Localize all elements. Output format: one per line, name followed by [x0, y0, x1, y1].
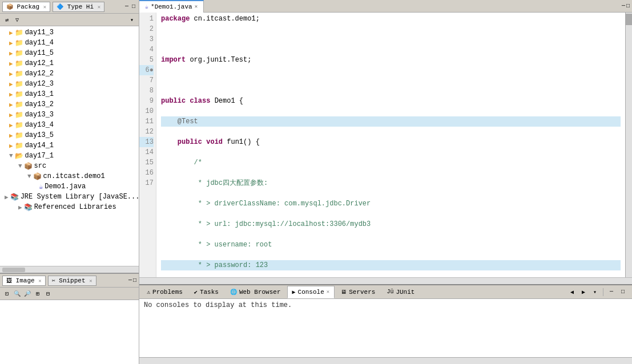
- folder-open-img: 📂: [15, 152, 23, 160]
- tree-area[interactable]: ▶ 📁 day11_3 ▶ 📁 day11_4 ▶ 📁 day11_5: [0, 26, 139, 266]
- main-area: 📦 Packag ✕ 🔷 Type Hi ✕ ─ □ ⇄ ▽ ▾: [0, 0, 632, 364]
- code-area[interactable]: 1 2 3 4 5 6● 7 8 9 10 11 12 13 14 15 16: [139, 13, 632, 277]
- tree-label: day13_4: [25, 121, 54, 129]
- tree-item-day11-3[interactable]: ▶ 📁 day11_3: [0, 27, 139, 38]
- tree-item-day13-5[interactable]: ▶ 📁 day13_5: [0, 130, 139, 140]
- console-minimize-btn[interactable]: ─: [607, 288, 616, 297]
- fit-btn[interactable]: ⊞: [33, 289, 42, 298]
- folder-img: 📁: [15, 141, 23, 150]
- folder-icon: ▶: [9, 50, 13, 57]
- tree-label: day12_3: [25, 80, 54, 88]
- tree-label: day13_2: [25, 100, 54, 108]
- tree-item-day13-2[interactable]: ▶ 📁 day13_2: [0, 99, 139, 110]
- panel-header: 📦 Packag ✕ 🔷 Type Hi ✕ ─ □: [0, 0, 139, 14]
- folder-icon: ▶: [9, 29, 13, 37]
- tab-console[interactable]: ▶ Console ✕: [287, 286, 335, 298]
- code-content[interactable]: package cn.itcast.demo1; import org.juni…: [156, 13, 625, 277]
- console-content: No consoles to display at this time.: [139, 299, 632, 357]
- tab-problems[interactable]: ⚠ Problems: [142, 286, 188, 298]
- panel-maximize-btn[interactable]: □: [131, 2, 136, 11]
- jre-img: 📚: [10, 193, 19, 201]
- folder-img: 📁: [15, 49, 23, 58]
- tree-label: day11_5: [25, 49, 54, 57]
- tree-item-demo1-java[interactable]: ☕ Demo1.java: [0, 181, 139, 192]
- console-maximize-btn[interactable]: □: [618, 288, 627, 297]
- tab-type-hierarchy[interactable]: 🔷 Type Hi ✕: [53, 2, 104, 12]
- tree-item-day11-4[interactable]: ▶ 📁 day11_4: [0, 38, 139, 48]
- folder-img: 📁: [15, 29, 23, 37]
- zoom-reset-btn[interactable]: ⊡: [2, 289, 11, 298]
- tree-item-day13-4[interactable]: ▶ 📁 day13_4: [0, 120, 139, 130]
- ide-container: 📦 Packag ✕ 🔷 Type Hi ✕ ─ □ ⇄ ▽ ▾: [0, 0, 632, 364]
- expand-icon: ▼: [9, 152, 13, 159]
- view-menu-btn[interactable]: ▾: [127, 15, 136, 25]
- grid-btn[interactable]: ⊟: [43, 289, 53, 298]
- tree-label: day11_3: [25, 29, 54, 37]
- tab-image[interactable]: 🖼 Image ✕: [2, 276, 46, 286]
- left-hscroll[interactable]: [0, 266, 139, 273]
- editor-vscroll[interactable]: [625, 13, 632, 277]
- tree-label: day13_1: [25, 90, 54, 98]
- tab-tasks[interactable]: ✔ Tasks: [189, 286, 224, 298]
- folder-icon: ▶: [9, 39, 13, 47]
- lower-maximize-btn[interactable]: □: [133, 277, 136, 284]
- tree-label: day12_2: [25, 70, 54, 78]
- tree-item-src[interactable]: ▼ 📦 src: [0, 161, 139, 171]
- tree-item-day17-1[interactable]: ▼ 📂 day17_1: [0, 151, 139, 161]
- editor-maximize-btn[interactable]: □: [626, 3, 630, 9]
- bottom-tabs: ⚠ Problems ✔ Tasks 🌐 Web Browser ▶ Conso…: [139, 285, 632, 299]
- tree-item-reflibs[interactable]: ▶ 📚 Referenced Libraries: [0, 202, 139, 212]
- tree-item-day14-1[interactable]: ▶ 📁 day14_1: [0, 140, 139, 151]
- tree-item-jre[interactable]: ▶ 📚 JRE System Library [JavaSE...: [0, 192, 139, 202]
- tab-package[interactable]: 📦 Packag ✕: [2, 2, 50, 12]
- folder-icon: ▶: [9, 80, 13, 88]
- folder-icon: ▶: [9, 142, 13, 149]
- console-fwd-btn[interactable]: ▶: [579, 288, 588, 297]
- zoom-in-btn[interactable]: 🔍: [13, 289, 22, 298]
- tab-snippet[interactable]: ✂ Snippet ✕: [48, 276, 96, 286]
- tab-servers[interactable]: 🖥 Servers: [336, 286, 380, 298]
- tree-item-day11-5[interactable]: ▶ 📁 day11_5: [0, 48, 139, 58]
- tree-item-package[interactable]: ▼ 📦 cn.itcast.demo1: [0, 171, 139, 181]
- lower-left-header: 🖼 Image ✕ ✂ Snippet ✕ ─ □: [0, 274, 139, 288]
- image-icon: 🖼: [6, 278, 12, 284]
- tree-item-day13-1[interactable]: ▶ 📁 day13_1: [0, 89, 139, 99]
- panel-toolbar: ⇄ ▽ ▾: [0, 14, 139, 26]
- junit-icon: Jü: [387, 289, 393, 295]
- tree-label: cn.itcast.demo1: [43, 172, 105, 180]
- console-icon: ▶: [292, 289, 296, 296]
- editor-minimize-btn[interactable]: ─: [622, 3, 625, 9]
- lower-minimize-btn[interactable]: ─: [128, 277, 132, 284]
- left-panel: 📦 Packag ✕ 🔷 Type Hi ✕ ─ □ ⇄ ▽ ▾: [0, 0, 139, 364]
- tree-item-day12-1[interactable]: ▶ 📁 day12_1: [0, 58, 139, 68]
- tree-label: day14_1: [25, 141, 54, 149]
- bottom-hscroll[interactable]: [139, 357, 632, 364]
- folder-img: 📁: [15, 39, 23, 47]
- servers-icon: 🖥: [341, 289, 347, 296]
- bottom-toolbar: ◀ ▶ ▾ ─ □: [567, 288, 630, 297]
- editor-tab-bar: ☕ *Demo1.java ✕ ─ □: [139, 0, 632, 13]
- folder-icon: ▶: [9, 91, 13, 98]
- expand-icon: ▼: [18, 163, 22, 169]
- tree-item-day12-3[interactable]: ▶ 📁 day12_3: [0, 79, 139, 89]
- folder-icon: ▶: [9, 70, 13, 78]
- folder-img: 📁: [15, 131, 23, 140]
- console-dropdown-btn[interactable]: ▾: [590, 288, 599, 297]
- collapse-btn[interactable]: ▽: [13, 15, 22, 25]
- editor-tab-demo1[interactable]: ☕ *Demo1.java ✕: [139, 0, 204, 13]
- sync-btn[interactable]: ⇄: [2, 15, 11, 25]
- tab-close-btn[interactable]: ✕: [195, 3, 198, 10]
- zoom-out-btn[interactable]: 🔎: [23, 289, 32, 298]
- hscroll-thumb: [2, 268, 25, 272]
- tree-item-day13-3[interactable]: ▶ 📁 day13_3: [0, 110, 139, 120]
- tab-web-browser[interactable]: 🌐 Web Browser: [225, 286, 286, 298]
- editor-panel: ☕ *Demo1.java ✕ ─ □ 1 2 3 4 5 6●: [139, 0, 632, 364]
- tree-item-day12-2[interactable]: ▶ 📁 day12_2: [0, 68, 139, 79]
- editor-hscroll[interactable]: [139, 277, 632, 284]
- tree-label: day13_5: [25, 131, 54, 139]
- panel-minimize-btn[interactable]: ─: [124, 2, 130, 11]
- lower-left-content: [0, 300, 139, 364]
- tab-junit[interactable]: Jü JUnit: [381, 286, 420, 298]
- tree-label: day17_1: [25, 152, 54, 160]
- console-back-btn[interactable]: ◀: [567, 288, 577, 297]
